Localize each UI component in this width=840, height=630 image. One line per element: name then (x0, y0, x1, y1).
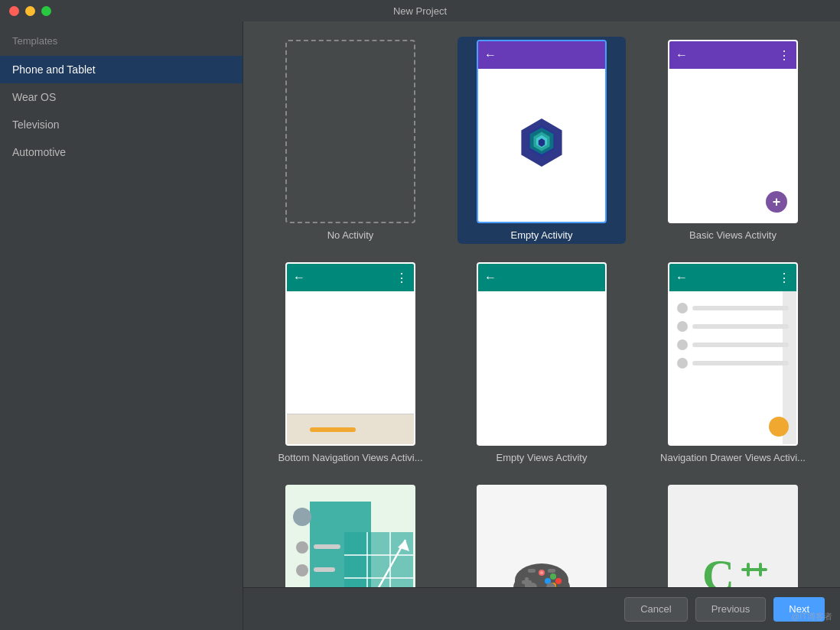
cpp-logo: C (695, 546, 771, 587)
back-arrow-nav-drawer: ← (676, 271, 688, 284)
template-empty-views[interactable]: ← Empty Views Activity (457, 259, 626, 466)
back-arrow-basic: ← (676, 48, 688, 62)
svg-rect-8 (344, 532, 413, 587)
bottom-nav-indicator (310, 427, 356, 432)
svg-point-31 (550, 573, 556, 580)
title-bar: New Project (0, 0, 840, 21)
footer: Cancel Previous Next (243, 587, 840, 630)
phone-body-empty-views (478, 291, 605, 444)
phone-body-bottom-nav (287, 291, 414, 414)
grid-svg: + (287, 486, 415, 587)
svg-rect-45 (754, 568, 767, 571)
bottom-nav-bar (287, 414, 414, 444)
watermark: @IT博客者 (791, 611, 832, 622)
close-button[interactable] (9, 6, 19, 16)
more-icon-nav-drawer: ⋮ (778, 271, 790, 285)
template-label-no-activity: No Activity (327, 229, 374, 241)
svg-point-32 (555, 578, 562, 584)
phone-header-bottom-nav: ← ⋮ (287, 264, 414, 291)
svg-point-19 (296, 564, 308, 576)
template-bottom-nav[interactable]: ← ⋮ Bottom Navigation Views Activi... (266, 259, 435, 466)
android-logo (515, 116, 568, 170)
maximize-button[interactable] (41, 6, 51, 16)
window-title: New Project (393, 5, 447, 17)
back-arrow-icon: ← (484, 48, 497, 62)
sidebar-section-label: Templates (0, 29, 243, 56)
template-preview-empty-views: ← (477, 262, 607, 446)
template-label-empty-views: Empty Views Activity (497, 452, 588, 463)
sidebar-item-wear-os[interactable]: Wear OS (0, 83, 243, 111)
template-preview-nav-drawer: ← ⋮ (668, 262, 798, 446)
list-row-2 (677, 317, 789, 336)
more-icon-bottom-nav: ⋮ (396, 271, 408, 285)
phone-body-empty (478, 69, 605, 222)
svg-rect-36 (548, 569, 555, 573)
template-grid[interactable]: + Responsive Views Activity (266, 482, 435, 587)
cancel-button[interactable]: Cancel (624, 597, 687, 622)
template-preview-no-activity (285, 40, 415, 223)
game-controller-icon (511, 554, 572, 587)
svg-rect-35 (528, 569, 536, 573)
template-empty-activity[interactable]: ← (457, 37, 626, 244)
list-items (669, 291, 796, 380)
template-game[interactable]: Game Activity (457, 482, 626, 587)
svg-rect-43 (741, 568, 755, 571)
template-preview-basic-views: ← ⋮ + (668, 40, 798, 223)
svg-point-23 (293, 508, 311, 526)
template-label-bottom-nav: Bottom Navigation Views Activi... (278, 452, 422, 463)
previous-button[interactable]: Previous (695, 597, 767, 622)
back-arrow-bottom-nav: ← (293, 271, 305, 284)
svg-rect-20 (314, 567, 335, 572)
svg-point-17 (296, 541, 308, 554)
list-row-1 (677, 299, 789, 317)
content-area: No Activity ← (243, 21, 840, 630)
sidebar: Templates Phone and Tablet Wear OS Telev… (0, 21, 243, 630)
list-row-4 (677, 354, 789, 372)
template-preview-grid: + (285, 485, 415, 587)
sidebar-item-phone-tablet[interactable]: Phone and Tablet (0, 56, 243, 83)
more-icon-basic: ⋮ (778, 48, 790, 63)
traffic-lights (9, 6, 51, 16)
sidebar-item-television[interactable]: Television (0, 111, 243, 138)
template-label-empty-activity: Empty Activity (511, 229, 573, 241)
template-cpp[interactable]: C Native C++ Activity (649, 482, 817, 587)
template-preview-empty-activity: ← (477, 40, 607, 223)
sidebar-item-automotive[interactable]: Automotive (0, 138, 243, 166)
template-preview-cpp: C (668, 485, 798, 587)
template-no-activity[interactable]: No Activity (266, 37, 435, 244)
templates-grid: No Activity ← (243, 21, 840, 587)
phone-header-basic: ← ⋮ (669, 41, 796, 69)
template-label-nav-drawer: Navigation Drawer Views Activi... (660, 452, 806, 463)
template-basic-views[interactable]: ← ⋮ + Basic Views Activity (649, 37, 817, 244)
minimize-button[interactable] (25, 6, 35, 16)
main-container: Templates Phone and Tablet Wear OS Telev… (0, 21, 840, 630)
back-arrow-empty-views: ← (484, 271, 497, 284)
phone-header-empty: ← (478, 41, 605, 69)
phone-header-empty-views: ← (478, 264, 605, 291)
list-row-3 (677, 336, 789, 354)
phone-body-nav-drawer (669, 291, 796, 444)
svg-text:C: C (702, 550, 734, 587)
fab-basic: + (766, 191, 787, 213)
phone-body-basic: + (669, 69, 796, 222)
template-label-basic-views: Basic Views Activity (689, 229, 777, 241)
phone-header-nav-drawer: ← ⋮ (669, 264, 796, 291)
template-nav-drawer[interactable]: ← ⋮ (649, 259, 817, 466)
svg-rect-18 (314, 544, 340, 549)
svg-point-40 (540, 571, 543, 574)
template-preview-game (477, 485, 607, 587)
template-preview-bottom-nav: ← ⋮ (285, 262, 415, 446)
drawer-fab (769, 417, 789, 437)
